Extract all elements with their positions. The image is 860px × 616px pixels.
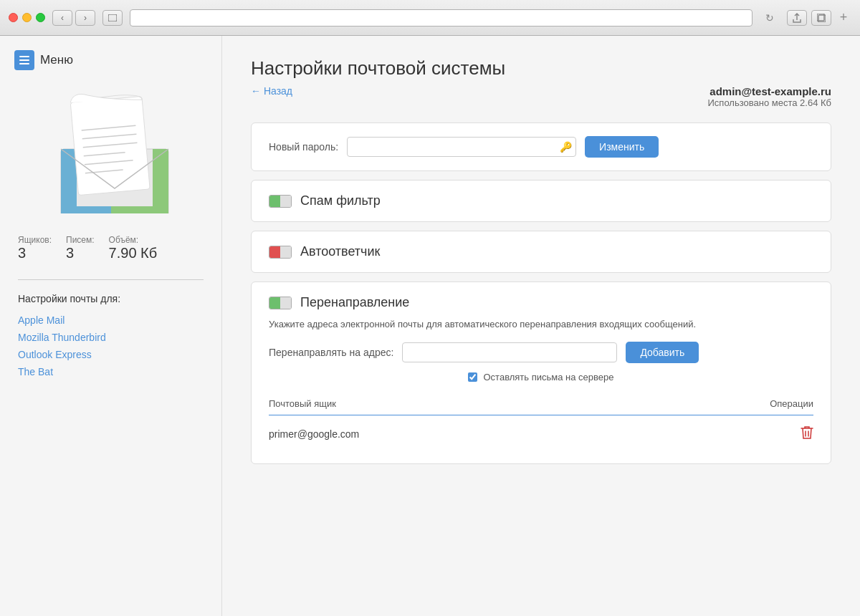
hamburger-icon [19,56,29,64]
fwd-toggle-off [280,297,291,309]
table-row: primer@google.com [269,418,813,451]
forwarding-card: Перенаправление Укажите адреса электронн… [251,281,831,464]
forward-nav-button[interactable]: › [75,10,95,26]
menu-label: Меню [40,53,73,67]
menu-header: Меню [0,50,221,85]
toggle-red-part [269,246,280,258]
forward-address-row: Перенаправлять на адрес: Добавить [269,342,813,363]
back-link[interactable]: ← Назад [251,85,292,97]
svg-rect-8 [70,96,150,195]
sidebar-item-the-bat[interactable]: The Bat [18,365,204,379]
forwarding-header-row: Перенаправление [269,295,813,310]
stat-letters: Писем: 3 [66,235,95,261]
mail-illustration [0,85,221,228]
autoresponder-toggle[interactable] [269,246,292,259]
keep-on-server-row: Оставлять письма на сервере [269,372,813,382]
menu-icon[interactable] [14,50,34,70]
right-browser-buttons: + [787,10,851,26]
toggle-off-part2 [280,246,291,258]
col-operations: Операции [770,398,813,409]
svg-rect-0 [108,14,117,21]
password-card: Новый пароль: 🔑 Изменить [251,122,831,171]
table-header: Почтовый ящик Операции [269,393,813,415]
spam-filter-card: Спам фильтр [251,180,831,222]
stat-boxes: Ящиков: 3 [18,235,52,261]
new-tab-button[interactable] [811,10,831,26]
password-input[interactable] [347,137,576,157]
boxes-label: Ящиков: [18,235,52,245]
keep-on-server-label: Оставлять письма на сервере [483,372,613,382]
user-info: admin@test-example.ru Использовано места… [708,85,832,108]
forwarding-table: Почтовый ящик Операции primer@google.com [269,393,813,451]
toggle-on-part [269,196,280,207]
sidebar-item-outlook-express[interactable]: Outlook Express [18,347,204,362]
password-input-wrap: 🔑 [347,137,576,157]
user-space: Использовано места 2.64 Кб [708,97,832,108]
window-mode-button[interactable] [102,10,123,26]
page-title: Настройки почтовой системы [251,57,831,80]
main-layout: Меню [0,36,860,616]
forward-address-input[interactable] [402,342,617,362]
sidebar-item-mozilla-thunderbird[interactable]: Mozilla Thunderbird [18,330,204,345]
stat-volume: Объём: 7.90 Кб [109,235,158,261]
maximize-button[interactable] [36,13,45,22]
sidebar: Меню [0,36,222,616]
toggle-off-part [280,196,291,207]
add-forward-button[interactable]: Добавить [626,342,699,363]
change-password-button[interactable]: Изменить [585,136,659,158]
sidebar-item-apple-mail[interactable]: Apple Mail [18,313,204,327]
key-icon: 🔑 [560,141,572,153]
forwarding-toggle[interactable] [269,297,292,309]
add-tab-button[interactable]: + [836,10,851,26]
content-area: Настройки почтовой системы ← Назад admin… [222,36,860,616]
letters-value: 3 [66,245,95,261]
stats-section: Ящиков: 3 Писем: 3 Объём: 7.90 Кб [0,228,221,272]
mail-envelope-icon [39,92,183,213]
boxes-value: 3 [18,245,52,261]
sidebar-divider [18,279,204,280]
spam-title: Спам фильтр [300,193,381,208]
delete-forward-button[interactable] [801,425,813,443]
volume-value: 7.90 Кб [109,245,158,261]
keep-on-server-checkbox[interactable] [468,372,477,382]
password-label: Новый пароль: [269,141,338,153]
traffic-lights [9,13,45,22]
share-button[interactable] [787,10,807,26]
mail-links: Apple Mail Mozilla Thunderbird Outlook E… [0,310,221,382]
spam-toggle[interactable] [269,195,292,208]
forward-label: Перенаправлять на адрес: [269,347,393,358]
letters-label: Писем: [66,235,95,245]
address-bar[interactable] [130,9,752,27]
autoresponder-card: Автоответчик [251,231,831,273]
close-button[interactable] [9,13,18,22]
content-header: ← Назад admin@test-example.ru Использова… [251,85,831,108]
row-email: primer@google.com [269,428,359,440]
spam-row: Спам фильтр [269,193,813,208]
forwarding-title: Перенаправление [300,295,409,310]
autoresponder-row: Автоответчик [269,244,813,259]
svg-rect-7 [111,206,168,213]
nav-buttons: ‹ › [52,10,95,26]
back-nav-button[interactable]: ‹ [52,10,72,26]
autoresponder-title: Автоответчик [300,244,380,259]
settings-for-label: Настройки почты для: [0,287,221,310]
forwarding-description: Укажите адреса электронной почты для авт… [269,317,813,332]
volume-label: Объём: [109,235,158,245]
user-email: admin@test-example.ru [708,85,832,97]
password-row: Новый пароль: 🔑 Изменить [269,136,813,158]
minimize-button[interactable] [22,13,32,22]
browser-chrome: ‹ › ↻ + [0,0,860,36]
col-mailbox: Почтовый ящик [269,398,336,409]
fwd-toggle-on [269,297,280,309]
reload-button[interactable]: ↻ [760,10,780,26]
